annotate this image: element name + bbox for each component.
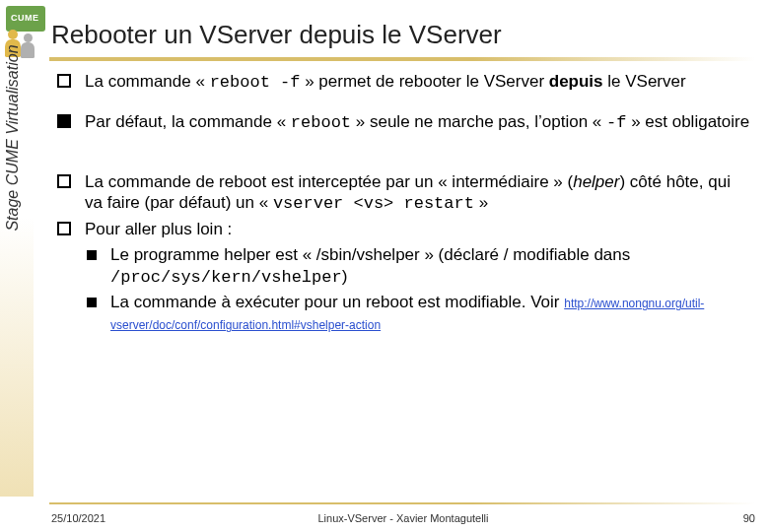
side-label: Stage CUME Virtualisation (4, 10, 22, 266)
slide-title: Rebooter un VServer depuis le VServer (51, 20, 502, 50)
bullet-1-text: La commande « reboot -f » permet de rebo… (85, 71, 751, 94)
bullet-marker-filled (57, 114, 71, 128)
bullet-4: Pour aller plus loin : (57, 219, 751, 240)
footer-center: Linux-VServer - Xavier Montagutelli (51, 512, 755, 524)
slide-content: La commande « reboot -f » permet de rebo… (57, 71, 751, 335)
subbullet-1-text: Le programme helper est « /sbin/vshelper… (110, 244, 751, 289)
subbullet-1: Le programme helper est « /sbin/vshelper… (87, 244, 751, 289)
footer-divider (49, 502, 755, 504)
subbullet-marker (87, 250, 97, 260)
bullet-marker-hollow (57, 74, 71, 88)
bullet-2: Par défaut, la commande « reboot » seule… (57, 111, 751, 134)
bullet-2-text: Par défaut, la commande « reboot » seule… (85, 111, 751, 134)
bullet-3-text: La commande de reboot est interceptée pa… (85, 171, 751, 216)
title-underline (49, 57, 755, 61)
bullet-4-text: Pour aller plus loin : (85, 219, 751, 240)
bullet-1: La commande « reboot -f » permet de rebo… (57, 71, 751, 94)
bullet-marker-hollow (57, 174, 71, 188)
bullet-3: La commande de reboot est interceptée pa… (57, 171, 751, 216)
subbullet-2-text: La commande à exécuter pour un reboot es… (110, 292, 751, 335)
bullet-marker-hollow (57, 222, 71, 235)
subbullet-2: La commande à exécuter pour un reboot es… (87, 292, 751, 335)
subbullet-marker (87, 298, 97, 307)
footer-page-number: 90 (743, 512, 755, 524)
